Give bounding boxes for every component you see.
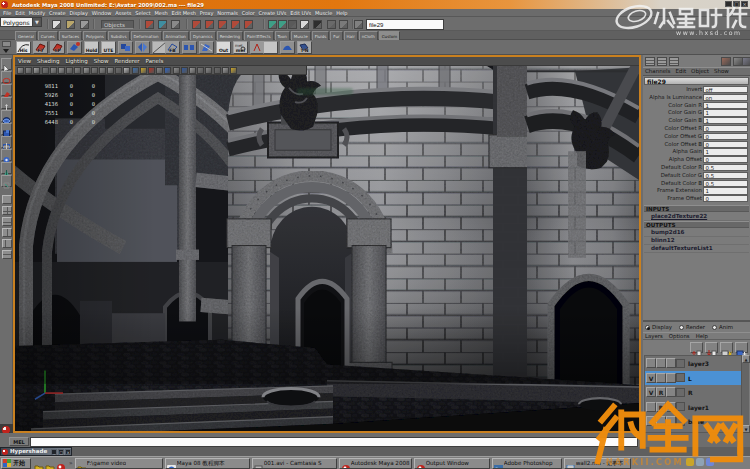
- snap-curve-icon[interactable]: [278, 20, 287, 29]
- tool-scale[interactable]: [1, 123, 12, 135]
- bookmark-icon[interactable]: [42, 67, 49, 74]
- attribute-value-field[interactable]: 0: [703, 156, 748, 163]
- tray-icon[interactable]: [686, 458, 694, 466]
- shelf-item-blank[interactable]: [263, 41, 278, 54]
- menu-normals[interactable]: Normals: [217, 9, 238, 17]
- maximize-button[interactable]: □: [58, 449, 64, 455]
- shelf-tab-polygons[interactable]: Polygons: [83, 31, 107, 40]
- menu-file[interactable]: File: [3, 9, 11, 17]
- layout-four[interactable]: [2, 206, 12, 215]
- field-chart-icon[interactable]: [99, 67, 106, 74]
- start-button[interactable]: 开始: [1, 458, 31, 469]
- visibility-toggle[interactable]: [646, 358, 656, 368]
- layer-row-layer3[interactable]: layer3: [645, 356, 741, 371]
- display-type-toggle[interactable]: [666, 416, 676, 426]
- perspective-viewport[interactable]: ViewShadingLightingShowRendererPanels 98…: [13, 55, 641, 433]
- shelf-item-FB[interactable]: FB: [165, 41, 180, 54]
- shelf-tab-custom[interactable]: Custom: [379, 31, 400, 40]
- shaded-icon[interactable]: [132, 67, 139, 74]
- input-node-link[interactable]: place2dTexture22: [644, 213, 749, 221]
- tool-paint-select[interactable]: [1, 84, 12, 96]
- select-object-icon[interactable]: [158, 20, 167, 29]
- panel-menu-shading[interactable]: Shading: [37, 57, 59, 65]
- quick-launch-folder[interactable]: [45, 458, 55, 468]
- render-current-icon[interactable]: [327, 20, 336, 29]
- menu-create-uvs[interactable]: Create UVs: [259, 9, 287, 17]
- menu-set-dropdown[interactable]: Polygons ▼: [0, 17, 42, 27]
- safe-title-icon[interactable]: [115, 67, 122, 74]
- resolution-gate-icon[interactable]: [83, 67, 90, 74]
- attribute-value-field[interactable]: 0: [703, 133, 748, 140]
- gamma-icon[interactable]: [181, 67, 188, 74]
- command-line-input[interactable]: [30, 437, 638, 447]
- menu-edit-mesh[interactable]: Edit Mesh: [171, 9, 195, 17]
- minimize-button[interactable]: _: [51, 449, 57, 455]
- open-scene-icon[interactable]: [66, 20, 75, 29]
- shelf-tab-painteffects[interactable]: PaintEffects: [244, 31, 274, 40]
- attribute-value-field[interactable]: 1: [703, 117, 748, 124]
- task-button[interactable]: Autodesk Maya 2008: [339, 458, 412, 469]
- shelf-tab-subdivs[interactable]: Subdivs: [108, 31, 130, 40]
- attribute-value-field[interactable]: 1: [703, 109, 748, 116]
- attribute-value-field[interactable]: 0: [703, 141, 748, 148]
- mask-deformers-icon[interactable]: [244, 20, 253, 29]
- layer-row-R[interactable]: VRR: [645, 385, 741, 400]
- snap-point-icon[interactable]: [288, 20, 297, 29]
- attribute-value-field[interactable]: 1: [703, 148, 748, 155]
- tool-universal[interactable]: [1, 136, 12, 148]
- shelf-tab-hair[interactable]: Hair: [344, 31, 358, 40]
- snapshot-icon[interactable]: [197, 67, 204, 74]
- shelf-tab-toon[interactable]: Toon: [275, 31, 290, 40]
- shelf-tab-curves[interactable]: Curves: [38, 31, 58, 40]
- selection-mask-dropdown[interactable]: Objects: [101, 20, 134, 29]
- attribute-value-field[interactable]: 0: [703, 125, 748, 132]
- menu-help[interactable]: Help: [336, 9, 347, 17]
- chevron-down-icon[interactable]: ▼: [33, 17, 42, 27]
- channel-speed-icon[interactable]: [657, 57, 667, 66]
- shelf-tab-rendering[interactable]: Rendering: [217, 31, 243, 40]
- isolate-icon[interactable]: [156, 67, 163, 74]
- task-button[interactable]: wall2.ma - 记事本: [564, 458, 631, 469]
- display-type-toggle[interactable]: [666, 402, 676, 412]
- shelf-item-bluemirror[interactable]: [135, 41, 150, 54]
- panel-tool-26[interactable]: [230, 67, 237, 74]
- move-layer-down-button[interactable]: [705, 342, 718, 353]
- close-button[interactable]: ×: [65, 449, 71, 455]
- menu-assets[interactable]: Assets: [115, 9, 131, 17]
- layer-list-scrollbar[interactable]: ▲ ▼: [741, 355, 749, 433]
- move-layer-up-button[interactable]: [690, 342, 703, 353]
- tray-icon[interactable]: [706, 458, 714, 466]
- attribute-value-field[interactable]: 0.5: [703, 172, 748, 179]
- maximize-button[interactable]: □: [733, 1, 740, 7]
- layer-row-base[interactable]: base: [645, 414, 741, 429]
- mask-handles-icon[interactable]: [192, 20, 201, 29]
- shelf-item-T-N[interactable]: T-N: [297, 41, 312, 54]
- attribute-value-field[interactable]: off: [703, 86, 748, 93]
- layer-color-swatch[interactable]: [676, 417, 685, 426]
- mask-surfaces-icon[interactable]: [231, 20, 240, 29]
- mask-curves-icon[interactable]: [218, 20, 227, 29]
- select-camera-icon[interactable]: [17, 67, 24, 74]
- attribute-value-field[interactable]: 0.5: [703, 164, 748, 171]
- shelf-tab-fluids[interactable]: Fluids: [312, 31, 330, 40]
- menu-muscle[interactable]: Muscle: [315, 9, 332, 17]
- attribute-value-field[interactable]: 1: [703, 187, 748, 194]
- menu-proxy[interactable]: Proxy: [200, 9, 214, 17]
- layout-outliner[interactable]: [2, 239, 12, 248]
- layout-split[interactable]: [2, 228, 12, 237]
- mel-toggle-button[interactable]: MEL: [9, 437, 29, 446]
- shelf-item-UTE[interactable]: UTE: [101, 41, 116, 54]
- view-compass-icon[interactable]: [58, 67, 65, 74]
- panel-tool-25[interactable]: [222, 67, 229, 74]
- layer-color-swatch[interactable]: [676, 402, 685, 411]
- visibility-toggle[interactable]: V: [646, 373, 656, 383]
- shelf-item-CP[interactable]: CP: [50, 41, 65, 54]
- menu-display[interactable]: Display: [69, 9, 87, 17]
- rename-input[interactable]: [366, 19, 444, 30]
- shelf-tab-deformation[interactable]: Deformation: [131, 31, 162, 40]
- new-layer-button[interactable]: [735, 342, 748, 353]
- output-node-link[interactable]: defaultTextureList1: [644, 245, 749, 253]
- output-node-link[interactable]: blinn12: [644, 237, 749, 245]
- channel-settings-icon[interactable]: [721, 57, 731, 66]
- radio-render[interactable]: [679, 325, 684, 330]
